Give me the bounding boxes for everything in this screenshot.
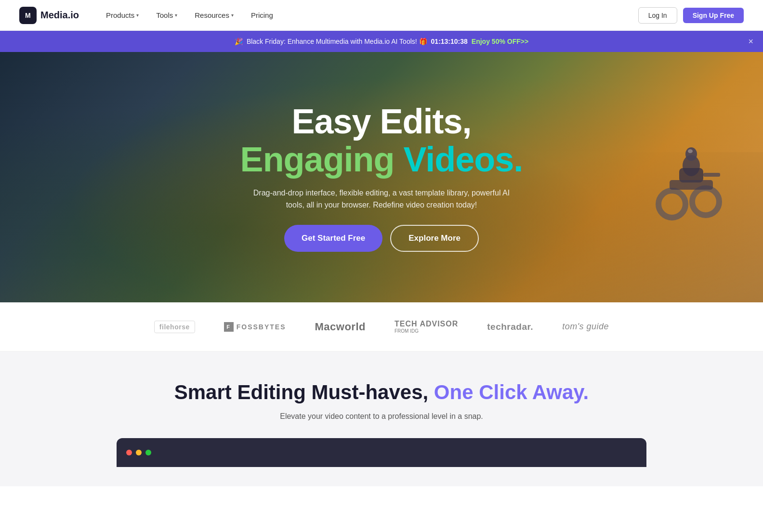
logo-fossbytes: F FOSSBYTES bbox=[224, 322, 286, 332]
logo-techradar: techradar. bbox=[487, 322, 533, 332]
svg-rect-7 bbox=[670, 180, 713, 190]
promo-offer[interactable]: Enjoy 50% OFF>> bbox=[472, 38, 528, 45]
window-close-dot bbox=[126, 450, 132, 455]
nav-links: Products ▾ Tools ▾ Resources ▾ Pricing bbox=[98, 7, 638, 23]
logo-link[interactable]: M Media.io bbox=[19, 7, 79, 24]
nav-tools[interactable]: Tools ▾ bbox=[148, 7, 185, 23]
window-minimize-dot bbox=[136, 450, 142, 455]
techradar-logo-text: techradar. bbox=[487, 322, 533, 332]
hero-title-cyan: Videos. bbox=[404, 140, 523, 179]
logo-filehorse: filehorse bbox=[154, 321, 195, 333]
tech-advisor-text: TECH ADVISOR FROM IDG bbox=[395, 320, 458, 334]
nav-right: Log In Sign Up Free bbox=[638, 7, 744, 24]
get-started-button[interactable]: Get Started Free bbox=[284, 225, 382, 252]
logo-tech-advisor: TECH ADVISOR FROM IDG bbox=[395, 320, 458, 334]
svg-point-3 bbox=[685, 147, 697, 161]
hero-title-line1: Easy Edits, bbox=[240, 103, 523, 141]
promo-emoji: 🎉 bbox=[235, 38, 243, 45]
nav-resources[interactable]: Resources ▾ bbox=[187, 7, 241, 23]
signup-button[interactable]: Sign Up Free bbox=[683, 8, 744, 23]
filehorse-logo-text: filehorse bbox=[159, 323, 190, 331]
navbar: M Media.io Products ▾ Tools ▾ Resources … bbox=[0, 0, 763, 31]
hero-title-green: Engaging bbox=[240, 140, 404, 179]
chevron-down-icon: ▾ bbox=[175, 13, 177, 18]
fossbytes-icon: F bbox=[224, 322, 234, 332]
promo-banner: 🎉 Black Friday: Enhance Multimedia with … bbox=[0, 31, 763, 52]
window-maximize-dot bbox=[145, 450, 151, 455]
chevron-down-icon: ▾ bbox=[231, 13, 234, 18]
login-button[interactable]: Log In bbox=[638, 7, 677, 24]
hero-buttons: Get Started Free Explore More bbox=[240, 225, 523, 252]
smart-editing-section: Smart Editing Must-haves, One Click Away… bbox=[0, 351, 763, 486]
nav-products[interactable]: Products ▾ bbox=[98, 7, 146, 23]
logo-macworld: Macworld bbox=[315, 321, 366, 333]
smart-title-part1: Smart Editing Must-haves, bbox=[174, 381, 434, 403]
hero-title: Easy Edits, Engaging Videos. bbox=[240, 103, 523, 179]
promo-timer: 01:13:10:38 bbox=[431, 38, 468, 45]
logo-toms-guide: tom's guide bbox=[562, 322, 609, 332]
logos-section: filehorse F FOSSBYTES Macworld TECH ADVI… bbox=[0, 302, 763, 351]
smart-editing-subtitle: Elevate your video content to a professi… bbox=[261, 412, 502, 421]
logo-icon: M bbox=[19, 7, 37, 24]
hero-section: Easy Edits, Engaging Videos. Drag-and-dr… bbox=[0, 52, 763, 302]
chevron-down-icon: ▾ bbox=[136, 13, 139, 18]
smart-editing-title: Smart Editing Must-haves, One Click Away… bbox=[19, 380, 744, 404]
nav-pricing[interactable]: Pricing bbox=[243, 7, 281, 23]
hero-content: Easy Edits, Engaging Videos. Drag-and-dr… bbox=[231, 103, 533, 252]
smart-title-part2: One Click Away. bbox=[434, 381, 589, 403]
svg-text:M: M bbox=[25, 12, 31, 19]
promo-text: Black Friday: Enhance Multimedia with Me… bbox=[247, 38, 427, 45]
explore-more-button[interactable]: Explore More bbox=[390, 225, 479, 252]
hero-title-line2: Engaging Videos. bbox=[240, 141, 523, 179]
svg-rect-8 bbox=[703, 173, 720, 177]
svg-point-5 bbox=[658, 191, 685, 218]
fossbytes-logo-text: FOSSBYTES bbox=[237, 323, 286, 331]
hero-subtitle: Drag-and-drop interface, flexible editin… bbox=[247, 187, 516, 211]
smart-preview-bar bbox=[117, 438, 646, 467]
svg-point-6 bbox=[692, 188, 719, 215]
logo-text: Media.io bbox=[40, 10, 79, 21]
svg-point-9 bbox=[688, 149, 693, 153]
macworld-logo-text: Macworld bbox=[315, 321, 366, 333]
promo-close-button[interactable]: × bbox=[748, 37, 753, 47]
toms-guide-logo-text: tom's guide bbox=[562, 322, 609, 332]
motorcycle-illustration bbox=[629, 127, 725, 247]
